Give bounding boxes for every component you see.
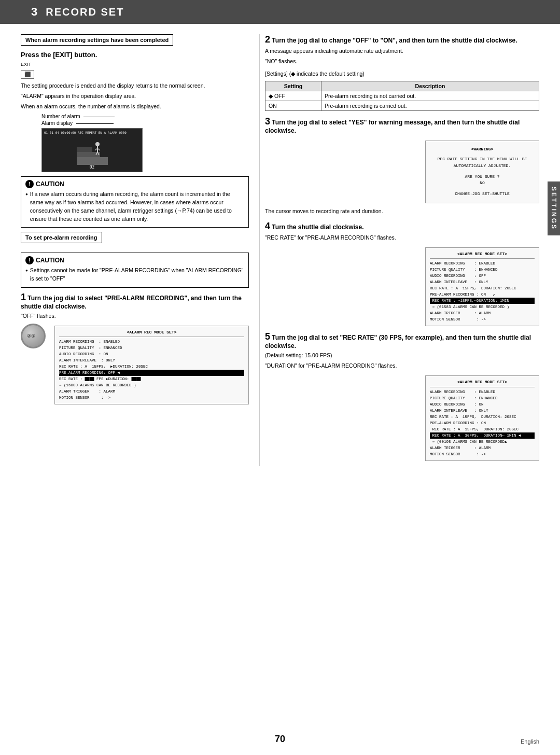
caution-icon-1: ! (25, 180, 34, 188)
exit-desc2: "ALARM" appears in the operation display… (21, 92, 249, 101)
warning-screen: <WARNING> REC RATE SETTING IN THE MENU W… (425, 141, 539, 203)
warning-line5: NO (429, 180, 536, 187)
exit-desc3: When an alarm occurs, the number of alar… (21, 103, 249, 111)
screen3-row-3: ALARM INTERLEAVE : ONLY (430, 408, 535, 414)
left-column: When alarm recording settings have been … (21, 34, 259, 466)
table-cell-desc-0: Pre-alarm recording is not carried out. (321, 91, 539, 101)
screen3-row-4: REC RATE : A 15FPS, DURATION: 20SEC (430, 414, 535, 420)
svg-rect-2 (77, 147, 92, 152)
step1-dial: ② ① (21, 324, 49, 348)
step-1: 1 Turn the jog dial to select "PRE-ALARM… (21, 292, 249, 320)
screen3-row-9: ALARM TRIGGER : ALARM (430, 445, 535, 451)
exit-desc1: The setting procedure is ended and the d… (21, 82, 249, 90)
caution-box-1: ! CAUTION If a new alarm occurs during a… (21, 176, 249, 228)
settings-sidebar-tab: SETTINGS (548, 181, 560, 235)
step2-heading: 2 Turn the jog dial to change "OFF" to "… (265, 34, 539, 45)
warning-line4: ARE YOU SURE ? (429, 174, 536, 180)
screen2-row-9: MOTION SENSOR : -> (430, 316, 535, 323)
screen3-row-2: AUDIO RECORDING : ON (430, 401, 535, 408)
screen1-row-2: AUDIO RECORDING : ON (59, 351, 244, 357)
step3-heading: 3 Turn the jog dial to select "YES" for … (265, 116, 539, 134)
warning-spacer2 (429, 187, 536, 191)
exit-button-label: EXIT (21, 62, 249, 67)
screen1-row-6: REC RATE : ████ FPS ▶DURATION: ████ (59, 376, 244, 382)
caution-icon-2: ! (25, 256, 34, 264)
step-3: 3 Turn the jog dial to select "YES" for … (265, 116, 539, 134)
screen1-row-5: PRE-ALARM RECORDING: OFF ◄ (59, 370, 244, 376)
screen2-row-7: ⇒ (01583 ALARMS CAN RE RECORDED ) (430, 304, 535, 310)
table-row-0: ◆ OFF Pre-alarm recording is not carried… (265, 91, 539, 101)
step4-screen: <ALARM REC MODE SET> ALARM RECORDING : E… (425, 247, 539, 327)
step5-note2: "DURATION" for "PRE-ALARM RECORDING" fla… (265, 362, 539, 370)
step3-note: The cursor moves to recording rate and d… (265, 207, 539, 216)
step1-sub: "OFF" flashes. (21, 312, 249, 320)
table-header-setting: Setting (265, 81, 321, 91)
settings-label: [Settings] (◆ indicates the default sett… (265, 70, 539, 78)
step-5: 5 Turn the jog dial to set "REC RATE" (3… (265, 331, 539, 370)
svg-point-3 (95, 142, 100, 146)
press-exit-heading: Press the [EXIT] button. (21, 51, 249, 59)
main-content: When alarm recording settings have been … (0, 34, 560, 466)
right-column: 2 Turn the jog dial to change "OFF" to "… (259, 34, 539, 466)
step2-desc2: "NO" flashes. (265, 58, 539, 66)
caution-box-2: ! CAUTION Settings cannot be made for "P… (21, 253, 249, 288)
alarm-screen: 01-01-04 00:00:00 REC REPEAT EN A ALARM … (41, 128, 143, 172)
step2-desc1: A message appears indicating automatic r… (265, 47, 539, 55)
warning-title: <WARNING> (429, 146, 536, 153)
caution-title-1: ! CAUTION (25, 180, 244, 188)
screen1-title: <ALARM REC MODE SET> (59, 329, 244, 338)
step5-screen-wrap: <ALARM REC MODE SET> ALARM RECORDING : E… (265, 373, 539, 463)
chapter-number: 3 (31, 5, 37, 19)
step5-heading: 5 Turn the jog dial to set "REC RATE" (3… (265, 331, 539, 349)
screen3-row-10: MOTION SENSOR : -> (430, 451, 535, 457)
step-2: 2 Turn the jog dial to change "OFF" to "… (265, 34, 539, 66)
screen2-row-3: ALARM INTERLEAVE : ONLY (430, 279, 535, 285)
screen2-title: <ALARM REC MODE SET> (430, 251, 535, 259)
caution2-text: Settings cannot be made for "PRE-ALARM R… (25, 267, 244, 283)
step4-screen-wrap: <ALARM REC MODE SET> ALARM RECORDING : E… (265, 245, 539, 329)
jog-dial-icon: ② ① (21, 324, 46, 348)
chapter-title: RECORD SET (46, 6, 124, 18)
alarm-section-box: When alarm recording settings have been … (21, 34, 173, 46)
screen2-row-1: PICTURE QUALITY : ENHANCED (430, 267, 535, 273)
warning-spacer (429, 170, 536, 174)
screen1-row-4: REC RATE : A 15FPS, ▶DURATION: 20SEC (59, 363, 244, 370)
caution1-text: If a new alarm occurs during alarm recor… (25, 190, 244, 223)
step5-screen: <ALARM REC MODE SET> ALARM RECORDING : E… (425, 375, 539, 461)
screen3-row-6: REC RATE : A 15FPS, DURATION: 20SEC (430, 426, 535, 432)
warning-screen-wrap: <WARNING> REC RATE SETTING IN THE MENU W… (265, 138, 539, 205)
screen2-row-2: AUDIO RECORDING : OFF (430, 273, 535, 279)
settings-table: Setting Description ◆ OFF Pre-alarm reco… (265, 81, 539, 111)
screen1-row-8: ALARM TRIGGER : ALARM (59, 388, 244, 395)
step1-screen-wrap: ② ① <ALARM REC MODE SET> ALARM RECORDING… (21, 324, 249, 407)
page-number: 70 (275, 734, 285, 745)
screen2-row-4: REC RATE : A 15FPS, DURATION: 20SEC (430, 285, 535, 291)
screen1-row-9: MOTION SENSOR : -> (59, 395, 244, 401)
warning-line7: CHANGE:JOG SET:SHUTTLE (429, 191, 536, 198)
svg-rect-0 (77, 157, 108, 165)
table-header-desc: Description (321, 81, 539, 91)
caution-title-2: ! CAUTION (25, 256, 244, 264)
exit-icon: ⬛ (21, 70, 34, 79)
screen1-row-1: PICTURE QUALITY : ENHANCED (59, 345, 244, 351)
screen3-row-7: REC RATE : A 30FPS, DURATION← 1MIN ◄ (430, 432, 535, 439)
alarm-diagram: Number of alarm Alarm display 01-01-04 0… (41, 114, 249, 172)
step5-note1: (Default setting: 15.00 FPS) (265, 352, 539, 360)
screen3-row-8: ⇒ (00195 ALARMS CAN BE RECORDED▲ (430, 439, 535, 445)
screen2-row-0: ALARM RECORDING : ENABLED (430, 260, 535, 267)
screen2-row-8: ALARM TRIGGER : ALARM (430, 310, 535, 316)
step1-screen: <ALARM REC MODE SET> ALARM RECORDING : E… (54, 326, 249, 405)
step1-heading: 1 Turn the jog dial to select "PRE-ALARM… (21, 292, 249, 310)
figure-icon (77, 136, 108, 165)
page-header: 3 RECORD SET (0, 0, 560, 24)
step4-note: "REC RATE" for "PRE-ALARM RECORDING" fla… (265, 234, 539, 242)
screen3-title: <ALARM REC MODE SET> (430, 379, 535, 387)
language-label: English (521, 738, 539, 745)
warning-line2: AUTOMATICALLY ADJUSTED. (429, 163, 536, 170)
warning-line1: REC RATE SETTING IN THE MENU WILL BE (429, 156, 536, 163)
step-4: 4 Turn the shuttle dial clockwise. "REC … (265, 221, 539, 242)
screen3-row-5: PRE-ALARM RECORDING : ON (430, 420, 535, 426)
pre-alarm-section-box: To set pre-alarm recording (21, 232, 102, 243)
screen2-row-5: PRE-ALARM RECORDING : ON ↙ (430, 291, 535, 298)
screen1-row-3: ALARM INTERLEAVE : ONLY (59, 357, 244, 363)
